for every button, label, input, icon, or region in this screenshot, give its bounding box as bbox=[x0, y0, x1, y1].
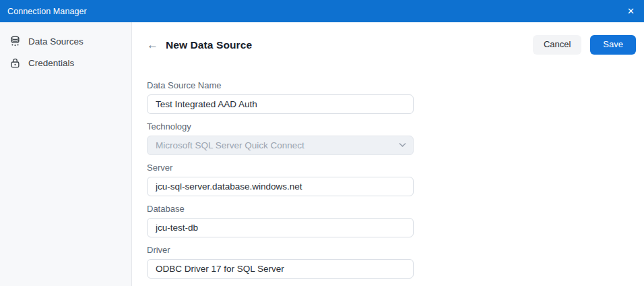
header-actions: Cancel Save bbox=[533, 35, 636, 55]
field-database: Database bbox=[147, 204, 414, 237]
cancel-button[interactable]: Cancel bbox=[533, 35, 581, 55]
main-panel: ← New Data Source Cancel Save Data Sourc… bbox=[132, 22, 644, 286]
lock-icon bbox=[9, 57, 21, 69]
back-arrow-icon[interactable]: ← bbox=[147, 39, 158, 51]
server-label: Server bbox=[147, 163, 414, 173]
server-input[interactable] bbox=[147, 177, 414, 196]
sidebar-item-label: Credentials bbox=[28, 58, 74, 68]
new-data-source-form: Data Source Name Technology Server bbox=[147, 80, 414, 279]
database-input[interactable] bbox=[147, 218, 414, 237]
close-icon[interactable]: ✕ bbox=[627, 7, 635, 16]
data-source-name-label: Data Source Name bbox=[147, 80, 414, 91]
database-icon bbox=[9, 36, 21, 47]
sidebar-item-label: Data Sources bbox=[28, 36, 84, 47]
technology-select-value bbox=[147, 136, 414, 155]
page-header: ← New Data Source Cancel Save bbox=[132, 22, 644, 55]
driver-input[interactable] bbox=[147, 259, 414, 279]
window-title: Connection Manager bbox=[7, 7, 87, 16]
database-label: Database bbox=[147, 204, 414, 214]
driver-label: Driver bbox=[147, 245, 414, 256]
field-data-source-name: Data Source Name bbox=[147, 80, 414, 114]
sidebar-item-credentials[interactable]: Credentials bbox=[0, 52, 131, 74]
data-source-name-input[interactable] bbox=[147, 94, 414, 114]
field-technology: Technology bbox=[147, 121, 414, 155]
sidebar-item-data-sources[interactable]: Data Sources bbox=[0, 30, 131, 52]
field-driver: Driver bbox=[147, 245, 414, 279]
page-title: New Data Source bbox=[166, 39, 252, 51]
technology-select bbox=[147, 139, 414, 150]
technology-label: Technology bbox=[147, 121, 414, 132]
field-server: Server bbox=[147, 163, 414, 196]
window-titlebar: Connection Manager ✕ bbox=[0, 0, 644, 22]
save-button[interactable]: Save bbox=[590, 35, 636, 55]
sidebar: Data Sources Credentials bbox=[0, 22, 132, 286]
app-body: Data Sources Credentials ← New Data Sour… bbox=[0, 22, 644, 286]
